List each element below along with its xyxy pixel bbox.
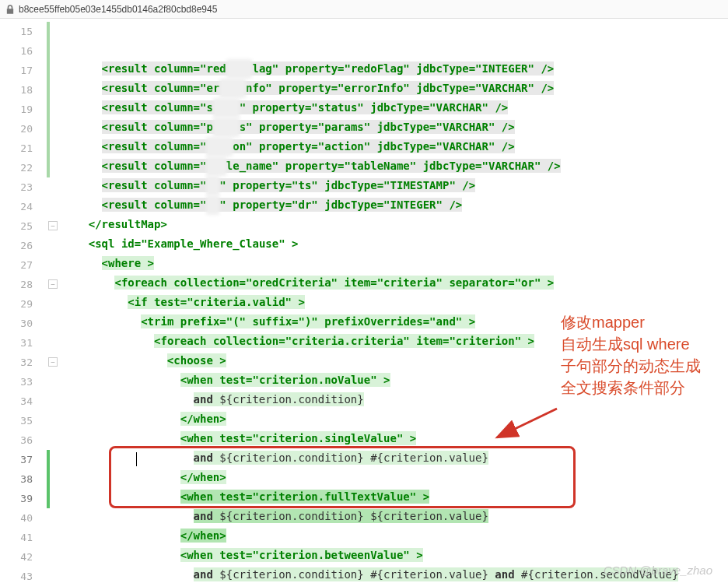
code-line[interactable]: <result column="xx" property="ts" jdbcTy… xyxy=(62,176,728,195)
code-line[interactable]: <when test="criterion.fullTextValue" > xyxy=(62,487,728,507)
code-line[interactable]: <choose > xyxy=(62,351,728,371)
code-line[interactable]: <foreach collection="criteria.criteria" … xyxy=(62,332,728,351)
line-number: 43 xyxy=(0,567,47,583)
title-bar: b8cee55ffeb05e03e1455db0146a2f80cbd8e945 xyxy=(0,0,728,19)
code-line[interactable]: <if test="criteria.valid" > xyxy=(62,293,728,312)
code-line[interactable]: <when test="criterion.betweenValue" > xyxy=(62,546,728,565)
code-line[interactable]: <when test="criterion.singleValue" > xyxy=(62,429,728,448)
line-number: 23 xyxy=(0,177,47,197)
line-number: 16 xyxy=(0,41,47,61)
code-line[interactable]: <result column="sxxxx" property="status"… xyxy=(62,98,728,118)
code-line[interactable]: <sql id="Example_Where_Clause" > xyxy=(62,234,728,254)
line-number: 22 xyxy=(0,158,47,177)
line-number: 33 xyxy=(0,372,47,392)
line-number: 24 xyxy=(0,197,47,216)
code-line[interactable]: and ${criterion.condition} ${criterion.v… xyxy=(62,507,728,526)
fold-marker[interactable]: − xyxy=(48,221,58,230)
line-number: 34 xyxy=(0,392,47,411)
code-line[interactable]: <trim prefix="(" suffix=")" prefixOverri… xyxy=(62,312,728,332)
line-number: 39 xyxy=(0,489,47,508)
code-line[interactable]: <result column="xx" property="dr" jdbcTy… xyxy=(62,195,728,215)
code-line[interactable]: </when> xyxy=(62,468,728,487)
line-number: 40 xyxy=(0,508,47,528)
line-number: 18 xyxy=(0,80,47,100)
fold-marker[interactable]: − xyxy=(48,279,58,289)
line-number: 20 xyxy=(0,119,47,139)
line-number: 28 xyxy=(0,275,47,294)
fold-marker[interactable]: − xyxy=(48,357,58,367)
code-line[interactable]: </when> xyxy=(62,409,728,429)
line-number: 19 xyxy=(0,100,47,119)
code-line[interactable]: <when test="criterion.noValue" > xyxy=(62,371,728,390)
line-number: 31 xyxy=(0,333,47,353)
line-number: 17 xyxy=(0,61,47,80)
line-number: 26 xyxy=(0,236,47,255)
lock-icon xyxy=(6,5,14,14)
line-number: 30 xyxy=(0,314,47,333)
code-editor[interactable]: 1516171819202122232425262728293031323334… xyxy=(0,19,728,583)
line-number: 15 xyxy=(0,22,47,41)
code-line[interactable]: </when> xyxy=(62,526,728,546)
line-gutter: 1516171819202122232425262728293031323334… xyxy=(0,19,47,583)
code-line[interactable]: <result column="redxxxxlag" property="re… xyxy=(62,59,728,79)
line-number: 37 xyxy=(0,450,47,469)
line-number: 29 xyxy=(0,294,47,314)
code-line[interactable]: and ${criterion.condition} xyxy=(62,390,728,409)
code-line[interactable]: <result column="erxxxxnfo" property="err… xyxy=(62,79,728,98)
line-number: 42 xyxy=(0,547,47,567)
line-number: 32 xyxy=(0,353,47,372)
line-number: 21 xyxy=(0,139,47,158)
change-margin: −−− xyxy=(47,19,62,583)
line-number: 35 xyxy=(0,411,47,430)
code-line[interactable]: <result column="xxxxon" property="action… xyxy=(62,137,728,156)
line-number: 27 xyxy=(0,255,47,275)
watermark: CSDN @brave_zhao xyxy=(604,564,712,577)
code-line[interactable]: and ${criterion.condition} #{criterion.v… xyxy=(62,448,728,468)
line-number: 36 xyxy=(0,430,47,450)
line-number: 25 xyxy=(0,216,47,236)
code-line[interactable]: <result column="xxxle_name" property="ta… xyxy=(62,156,728,176)
line-number: 41 xyxy=(0,528,47,547)
code-line[interactable]: </resultMap> xyxy=(62,215,728,234)
code-line[interactable]: <foreach collection="oredCriteria" item=… xyxy=(62,273,728,293)
line-number: 38 xyxy=(0,469,47,489)
code-line[interactable]: <result column="pxxxxs" property="params… xyxy=(62,118,728,137)
file-hash: b8cee55ffeb05e03e1455db0146a2f80cbd8e945 xyxy=(19,4,217,15)
code-line[interactable]: <where > xyxy=(62,254,728,273)
code-area[interactable]: <result column="redxxxxlag" property="re… xyxy=(62,19,728,583)
